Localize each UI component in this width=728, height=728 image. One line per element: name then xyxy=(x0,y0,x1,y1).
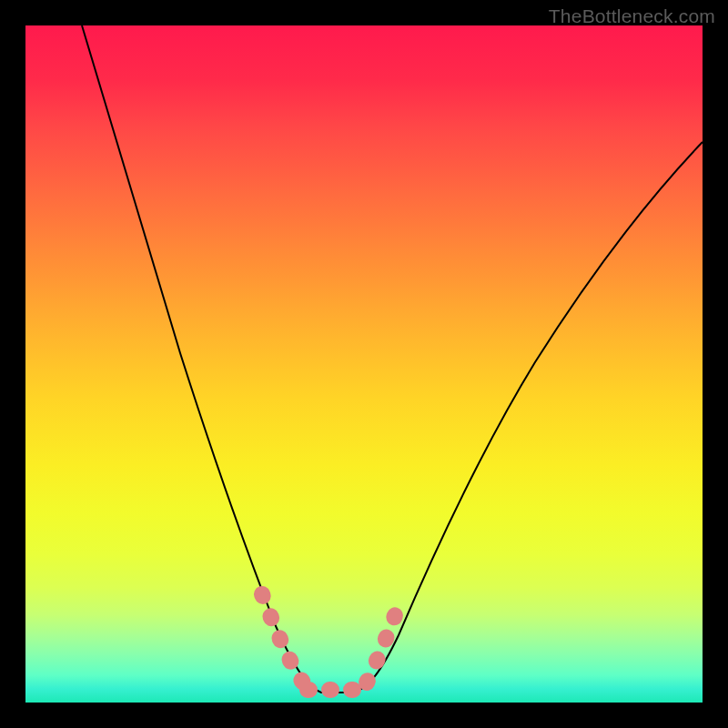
watermark-text: TheBottleneck.com xyxy=(549,5,715,27)
bottleneck-curve xyxy=(82,25,703,693)
curve-layer xyxy=(25,25,703,703)
chart-plot-area xyxy=(25,25,703,703)
